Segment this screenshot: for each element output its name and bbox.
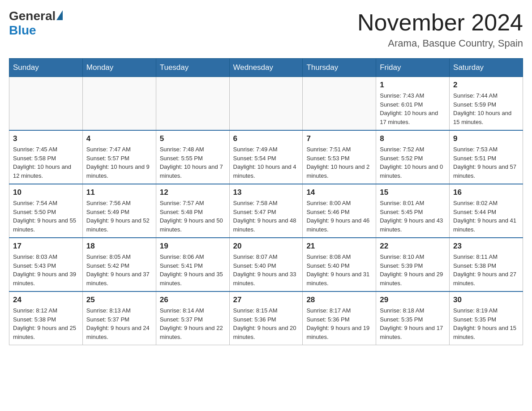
calendar-day-cell: 11Sunrise: 7:56 AMSunset: 5:49 PMDayligh… — [82, 184, 156, 238]
day-number: 6 — [233, 134, 299, 143]
day-info: Sunrise: 8:11 AMSunset: 5:38 PMDaylight:… — [453, 253, 519, 287]
day-number: 24 — [13, 295, 79, 304]
day-number: 5 — [160, 134, 226, 143]
calendar-week-row: 10Sunrise: 7:54 AMSunset: 5:50 PMDayligh… — [9, 184, 523, 238]
day-info: Sunrise: 7:47 AMSunset: 5:57 PMDaylight:… — [86, 145, 152, 180]
calendar-day-cell: 2Sunrise: 7:44 AMSunset: 5:59 PMDaylight… — [450, 77, 523, 131]
day-number: 26 — [160, 295, 226, 304]
calendar-day-cell: 4Sunrise: 7:47 AMSunset: 5:57 PMDaylight… — [82, 130, 156, 184]
calendar-day-cell: 16Sunrise: 8:02 AMSunset: 5:44 PMDayligh… — [450, 184, 523, 238]
day-info: Sunrise: 7:51 AMSunset: 5:53 PMDaylight:… — [306, 145, 372, 180]
calendar-day-cell: 19Sunrise: 8:06 AMSunset: 5:41 PMDayligh… — [156, 238, 229, 291]
day-number: 19 — [160, 242, 226, 251]
calendar-day-cell: 15Sunrise: 8:01 AMSunset: 5:45 PMDayligh… — [376, 184, 450, 238]
logo-blue-text: Blue — [9, 23, 36, 38]
day-number: 25 — [86, 295, 152, 304]
day-info: Sunrise: 7:58 AMSunset: 5:47 PMDaylight:… — [233, 199, 299, 234]
day-number: 11 — [86, 188, 152, 197]
calendar-day-cell: 21Sunrise: 8:08 AMSunset: 5:40 PMDayligh… — [303, 238, 376, 291]
day-info: Sunrise: 7:54 AMSunset: 5:50 PMDaylight:… — [13, 199, 79, 234]
calendar-day-cell: 26Sunrise: 8:14 AMSunset: 5:37 PMDayligh… — [156, 291, 229, 345]
day-number: 16 — [453, 188, 519, 197]
calendar-day-cell: 28Sunrise: 8:17 AMSunset: 5:36 PMDayligh… — [303, 291, 376, 345]
calendar-week-row: 3Sunrise: 7:45 AMSunset: 5:58 PMDaylight… — [9, 130, 523, 184]
day-info: Sunrise: 8:00 AMSunset: 5:46 PMDaylight:… — [306, 199, 372, 234]
calendar-week-row: 24Sunrise: 8:12 AMSunset: 5:38 PMDayligh… — [9, 291, 523, 345]
calendar-day-cell: 10Sunrise: 7:54 AMSunset: 5:50 PMDayligh… — [9, 184, 83, 238]
day-number: 22 — [380, 242, 446, 251]
calendar-day-cell: 23Sunrise: 8:11 AMSunset: 5:38 PMDayligh… — [450, 238, 523, 291]
day-of-week-header: Sunday — [9, 59, 83, 77]
day-info: Sunrise: 8:05 AMSunset: 5:42 PMDaylight:… — [86, 253, 152, 287]
calendar-day-cell: 5Sunrise: 7:48 AMSunset: 5:55 PMDaylight… — [156, 130, 229, 184]
calendar-day-cell: 13Sunrise: 7:58 AMSunset: 5:47 PMDayligh… — [229, 184, 303, 238]
day-number: 17 — [13, 242, 79, 251]
day-info: Sunrise: 7:44 AMSunset: 5:59 PMDaylight:… — [453, 91, 519, 126]
day-number: 30 — [453, 295, 519, 304]
calendar-day-cell: 30Sunrise: 8:19 AMSunset: 5:35 PMDayligh… — [450, 291, 523, 345]
day-number: 8 — [380, 134, 446, 143]
day-number: 27 — [233, 295, 299, 304]
day-info: Sunrise: 8:01 AMSunset: 5:45 PMDaylight:… — [380, 199, 446, 234]
day-info: Sunrise: 8:08 AMSunset: 5:40 PMDaylight:… — [306, 253, 372, 287]
day-number: 29 — [380, 295, 446, 304]
day-number: 18 — [86, 242, 152, 251]
day-of-week-header: Saturday — [450, 59, 523, 77]
day-number: 4 — [86, 134, 152, 143]
calendar-day-cell: 20Sunrise: 8:07 AMSunset: 5:40 PMDayligh… — [229, 238, 303, 291]
day-info: Sunrise: 8:15 AMSunset: 5:36 PMDaylight:… — [233, 306, 299, 341]
day-number: 15 — [380, 188, 446, 197]
calendar-week-row: 17Sunrise: 8:03 AMSunset: 5:43 PMDayligh… — [9, 238, 523, 291]
calendar-day-cell: 18Sunrise: 8:05 AMSunset: 5:42 PMDayligh… — [82, 238, 156, 291]
calendar-day-cell — [9, 77, 83, 131]
calendar-day-cell — [82, 77, 156, 131]
day-info: Sunrise: 7:57 AMSunset: 5:48 PMDaylight:… — [160, 199, 226, 234]
calendar-day-cell — [229, 77, 303, 131]
day-number: 7 — [306, 134, 372, 143]
day-info: Sunrise: 8:03 AMSunset: 5:43 PMDaylight:… — [13, 253, 79, 287]
day-info: Sunrise: 8:19 AMSunset: 5:35 PMDaylight:… — [453, 306, 519, 341]
day-info: Sunrise: 8:17 AMSunset: 5:36 PMDaylight:… — [306, 306, 372, 341]
calendar-week-row: 1Sunrise: 7:43 AMSunset: 6:01 PMDaylight… — [9, 77, 523, 131]
day-info: Sunrise: 7:48 AMSunset: 5:55 PMDaylight:… — [160, 145, 226, 180]
calendar-day-cell — [303, 77, 376, 131]
day-number: 20 — [233, 242, 299, 251]
calendar-day-cell: 29Sunrise: 8:18 AMSunset: 5:35 PMDayligh… — [376, 291, 450, 345]
calendar-day-cell: 9Sunrise: 7:53 AMSunset: 5:51 PMDaylight… — [450, 130, 523, 184]
calendar-day-cell: 24Sunrise: 8:12 AMSunset: 5:38 PMDayligh… — [9, 291, 83, 345]
day-info: Sunrise: 7:52 AMSunset: 5:52 PMDaylight:… — [380, 145, 446, 180]
calendar-day-cell: 25Sunrise: 8:13 AMSunset: 5:37 PMDayligh… — [82, 291, 156, 345]
calendar-day-cell: 22Sunrise: 8:10 AMSunset: 5:39 PMDayligh… — [376, 238, 450, 291]
day-info: Sunrise: 8:07 AMSunset: 5:40 PMDaylight:… — [233, 253, 299, 287]
day-number: 3 — [13, 134, 79, 143]
day-info: Sunrise: 8:18 AMSunset: 5:35 PMDaylight:… — [380, 306, 446, 341]
day-number: 21 — [306, 242, 372, 251]
calendar-day-cell: 27Sunrise: 8:15 AMSunset: 5:36 PMDayligh… — [229, 291, 303, 345]
page-header: General Blue November 2024 Arama, Basque… — [9, 9, 523, 49]
calendar-day-cell: 3Sunrise: 7:45 AMSunset: 5:58 PMDaylight… — [9, 130, 83, 184]
day-number: 14 — [306, 188, 372, 197]
day-number: 1 — [380, 81, 446, 90]
month-title: November 2024 — [357, 9, 523, 36]
day-info: Sunrise: 8:10 AMSunset: 5:39 PMDaylight:… — [380, 253, 446, 287]
day-number: 9 — [453, 134, 519, 143]
day-of-week-header: Monday — [82, 59, 156, 77]
day-of-week-header: Tuesday — [156, 59, 229, 77]
day-info: Sunrise: 8:02 AMSunset: 5:44 PMDaylight:… — [453, 199, 519, 234]
location-text: Arama, Basque Country, Spain — [357, 38, 523, 49]
day-info: Sunrise: 7:49 AMSunset: 5:54 PMDaylight:… — [233, 145, 299, 180]
day-of-week-header: Wednesday — [229, 59, 303, 77]
calendar-day-cell: 6Sunrise: 7:49 AMSunset: 5:54 PMDaylight… — [229, 130, 303, 184]
day-number: 2 — [453, 81, 519, 90]
day-number: 23 — [453, 242, 519, 251]
day-number: 10 — [13, 188, 79, 197]
day-info: Sunrise: 8:06 AMSunset: 5:41 PMDaylight:… — [160, 253, 226, 287]
calendar-header-row: SundayMondayTuesdayWednesdayThursdayFrid… — [9, 59, 523, 77]
logo-triangle-icon — [56, 10, 63, 20]
day-info: Sunrise: 8:14 AMSunset: 5:37 PMDaylight:… — [160, 306, 226, 341]
title-section: November 2024 Arama, Basque Country, Spa… — [357, 9, 523, 49]
calendar-day-cell: 14Sunrise: 8:00 AMSunset: 5:46 PMDayligh… — [303, 184, 376, 238]
calendar-day-cell — [156, 77, 229, 131]
day-number: 13 — [233, 188, 299, 197]
calendar-day-cell: 17Sunrise: 8:03 AMSunset: 5:43 PMDayligh… — [9, 238, 83, 291]
